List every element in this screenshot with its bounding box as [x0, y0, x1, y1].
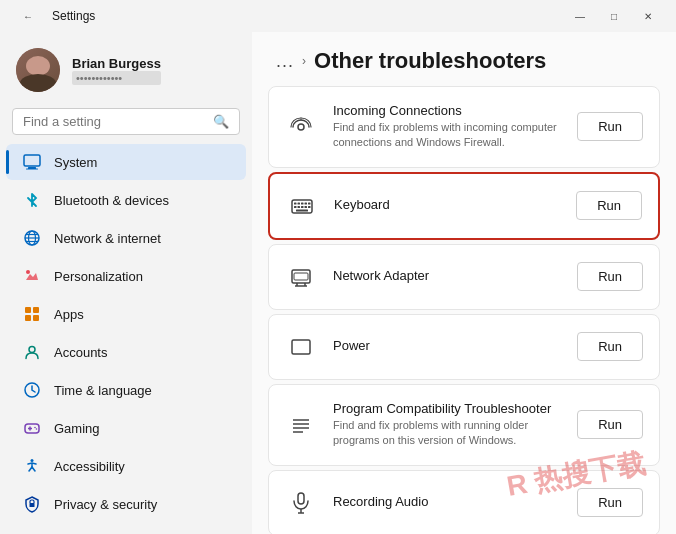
sidebar-label-privacy: Privacy & security: [54, 497, 157, 512]
svg-rect-32: [301, 206, 304, 208]
sidebar-item-time[interactable]: Time & language: [6, 372, 246, 408]
breadcrumb-dots[interactable]: ...: [276, 51, 294, 72]
sidebar-label-apps: Apps: [54, 307, 84, 322]
network-adapter-icon: [285, 261, 317, 293]
svg-rect-33: [305, 206, 308, 208]
svg-rect-34: [296, 209, 308, 211]
window-title: Settings: [52, 9, 95, 23]
sidebar-item-system[interactable]: System: [6, 144, 246, 180]
svg-rect-37: [292, 270, 310, 283]
svg-point-18: [34, 427, 36, 429]
close-button[interactable]: ✕: [632, 6, 664, 26]
sidebar-label-network: Network & internet: [54, 231, 161, 246]
maximize-button[interactable]: □: [598, 6, 630, 26]
privacy-icon: [22, 494, 42, 514]
search-icon: 🔍: [213, 114, 229, 129]
svg-rect-36: [308, 206, 311, 208]
keyboard-title: Keyboard: [334, 197, 576, 212]
recording-audio-run-button[interactable]: Run: [577, 488, 643, 517]
svg-rect-47: [298, 493, 304, 504]
right-panel: ... › Other troubleshooters Incoming Con…: [252, 32, 676, 534]
sidebar-item-personalization[interactable]: Personalization: [6, 258, 246, 294]
power-run-button[interactable]: Run: [577, 332, 643, 361]
sidebar-item-windows-update[interactable]: Windows Update: [6, 524, 246, 534]
svg-rect-0: [24, 155, 40, 166]
page-title: Other troubleshooters: [314, 48, 546, 74]
sidebar-item-gaming[interactable]: Gaming: [6, 410, 246, 446]
accessibility-icon: [22, 456, 42, 476]
incoming-connections-desc: Find and fix problems with incoming comp…: [333, 120, 577, 151]
keyboard-info: Keyboard: [334, 197, 576, 214]
svg-rect-27: [298, 202, 301, 204]
svg-point-8: [26, 270, 30, 274]
sidebar-label-accounts: Accounts: [54, 345, 107, 360]
user-name: Brian Burgess: [72, 56, 161, 71]
recording-audio-title: Recording Audio: [333, 494, 577, 509]
sidebar-label-system: System: [54, 155, 97, 170]
troubleshooter-power: Power Run: [268, 314, 660, 380]
svg-rect-10: [33, 307, 39, 313]
window-controls: — □ ✕: [564, 6, 664, 26]
personalization-icon: [22, 266, 42, 286]
sidebar-item-network[interactable]: Network & internet: [6, 220, 246, 256]
svg-rect-42: [292, 340, 310, 354]
svg-rect-11: [25, 315, 31, 321]
minimize-button[interactable]: —: [564, 6, 596, 26]
sidebar-item-accessibility[interactable]: Accessibility: [6, 448, 246, 484]
power-icon: [285, 331, 317, 363]
title-bar-left: ← Settings: [12, 6, 95, 26]
sidebar-item-apps[interactable]: Apps: [6, 296, 246, 332]
network-adapter-info: Network Adapter: [333, 268, 577, 285]
sidebar-label-accessibility: Accessibility: [54, 459, 125, 474]
svg-rect-31: [298, 206, 301, 208]
sidebar-label-personalization: Personalization: [54, 269, 143, 284]
keyboard-run-button[interactable]: Run: [576, 191, 642, 220]
sidebar-item-privacy[interactable]: Privacy & security: [6, 486, 246, 522]
avatar: [16, 48, 60, 92]
right-header: ... › Other troubleshooters: [252, 32, 676, 86]
troubleshooter-network-adapter: Network Adapter Run: [268, 244, 660, 310]
program-compatibility-desc: Find and fix problems with running older…: [333, 418, 577, 449]
svg-rect-28: [301, 202, 304, 204]
troubleshooter-program-compatibility: Program Compatibility Troubleshooter Fin…: [268, 384, 660, 466]
program-compatibility-run-button[interactable]: Run: [577, 410, 643, 439]
svg-rect-35: [308, 202, 311, 204]
breadcrumb-arrow: ›: [302, 54, 306, 68]
search-input[interactable]: [23, 114, 205, 129]
sidebar-item-accounts[interactable]: Accounts: [6, 334, 246, 370]
svg-point-19: [36, 428, 38, 430]
user-profile[interactable]: Brian Burgess ••••••••••••: [0, 40, 252, 108]
program-compatibility-info: Program Compatibility Troubleshooter Fin…: [333, 401, 577, 449]
incoming-connections-info: Incoming Connections Find and fix proble…: [333, 103, 577, 151]
svg-point-20: [31, 459, 34, 462]
svg-rect-9: [25, 307, 31, 313]
program-compatibility-title: Program Compatibility Troubleshooter: [333, 401, 577, 416]
user-email: ••••••••••••: [72, 71, 161, 85]
svg-rect-2: [26, 169, 38, 170]
network-adapter-run-button[interactable]: Run: [577, 262, 643, 291]
gaming-icon: [22, 418, 42, 438]
svg-point-24: [298, 124, 304, 130]
incoming-connections-title: Incoming Connections: [333, 103, 577, 118]
incoming-connections-run-button[interactable]: Run: [577, 112, 643, 141]
svg-point-13: [29, 347, 35, 353]
keyboard-icon: [286, 190, 318, 222]
network-icon: [22, 228, 42, 248]
back-button[interactable]: ←: [12, 6, 44, 26]
title-bar: ← Settings — □ ✕: [0, 0, 676, 32]
svg-rect-12: [33, 315, 39, 321]
sidebar-item-bluetooth[interactable]: Bluetooth & devices: [6, 182, 246, 218]
network-adapter-title: Network Adapter: [333, 268, 577, 283]
sidebar: Brian Burgess •••••••••••• 🔍 System Blue…: [0, 32, 252, 534]
user-info: Brian Burgess ••••••••••••: [72, 56, 161, 85]
sidebar-label-bluetooth: Bluetooth & devices: [54, 193, 169, 208]
system-icon: [22, 152, 42, 172]
program-compatibility-icon: [285, 409, 317, 441]
time-icon: [22, 380, 42, 400]
power-title: Power: [333, 338, 577, 353]
svg-rect-26: [294, 202, 297, 204]
svg-rect-38: [294, 273, 308, 280]
troubleshooters-list: Incoming Connections Find and fix proble…: [252, 86, 676, 534]
search-box[interactable]: 🔍: [12, 108, 240, 135]
accounts-icon: [22, 342, 42, 362]
